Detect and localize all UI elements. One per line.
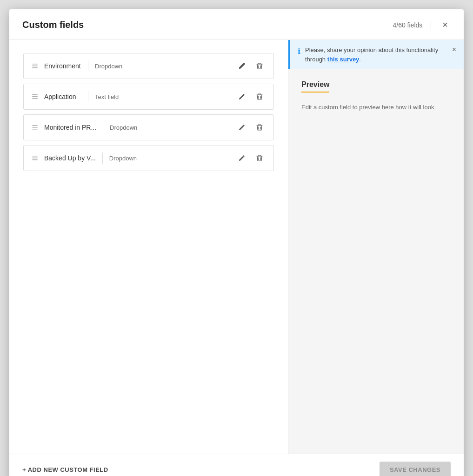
field-actions <box>235 90 266 103</box>
field-divider <box>88 91 88 102</box>
info-banner: ℹ Please, share your opinion about this … <box>288 40 464 69</box>
svg-rect-1 <box>32 66 38 66</box>
table-row: Application Text field <box>23 84 274 110</box>
field-name: Environment <box>44 62 81 70</box>
delete-button[interactable] <box>253 121 266 134</box>
field-type: Text field <box>95 93 235 100</box>
info-icon: ℹ <box>298 46 300 57</box>
edit-button[interactable] <box>235 90 248 103</box>
svg-rect-5 <box>32 98 38 99</box>
svg-rect-3 <box>32 94 38 95</box>
field-actions <box>235 121 266 134</box>
delete-button[interactable] <box>253 152 266 165</box>
delete-button[interactable] <box>253 60 266 73</box>
edit-button[interactable] <box>235 121 248 134</box>
field-type: Dropdown <box>109 155 235 162</box>
preview-title: Preview <box>301 80 329 93</box>
field-divider <box>102 152 103 164</box>
save-changes-button[interactable]: SAVE CHANGES <box>380 462 451 476</box>
svg-rect-4 <box>32 96 38 97</box>
header-divider <box>431 20 431 30</box>
field-type: Dropdown <box>95 63 235 70</box>
table-row: Environment Dropdown <box>23 53 274 79</box>
svg-rect-9 <box>32 156 38 157</box>
modal-title: Custom fields <box>22 20 84 30</box>
add-custom-field-button[interactable]: + ADD NEW CUSTOM FIELD <box>22 466 108 473</box>
svg-rect-10 <box>32 158 38 159</box>
custom-fields-modal: Custom fields 4/60 fields × <box>9 9 464 476</box>
svg-rect-7 <box>32 127 38 128</box>
survey-link[interactable]: this survey <box>327 56 360 63</box>
svg-rect-8 <box>32 129 38 130</box>
field-type: Dropdown <box>110 124 235 131</box>
close-button[interactable]: × <box>440 19 451 31</box>
field-actions <box>235 152 266 165</box>
info-banner-content: ℹ Please, share your opinion about this … <box>298 46 448 64</box>
preview-description: Edit a custom field to preview here how … <box>301 103 451 112</box>
svg-rect-6 <box>32 125 38 126</box>
right-panel: ℹ Please, share your opinion about this … <box>288 40 464 454</box>
field-name: Application <box>44 93 81 100</box>
table-row: Monitored in PR... Dropdown <box>23 114 274 140</box>
modal-footer: + ADD NEW CUSTOM FIELD SAVE CHANGES <box>9 454 464 476</box>
modal-body: Environment Dropdown <box>9 40 464 454</box>
svg-rect-0 <box>32 64 38 65</box>
field-name: Backed Up by V... <box>44 154 96 162</box>
field-divider <box>103 122 103 133</box>
field-name: Monitored in PR... <box>44 124 96 131</box>
header-right: 4/60 fields × <box>393 19 451 31</box>
svg-rect-2 <box>32 67 38 68</box>
svg-rect-11 <box>32 159 38 160</box>
info-close-button[interactable]: × <box>448 46 456 54</box>
left-panel: Environment Dropdown <box>9 40 288 454</box>
drag-icon[interactable] <box>31 93 39 100</box>
preview-section: Preview Edit a custom field to preview h… <box>288 69 464 124</box>
drag-icon[interactable] <box>31 124 39 131</box>
field-list: Environment Dropdown <box>23 53 274 171</box>
fields-count: 4/60 fields <box>393 21 422 29</box>
info-text: Please, share your opinion about this fu… <box>305 46 448 64</box>
field-divider <box>88 60 88 72</box>
drag-icon[interactable] <box>31 154 39 162</box>
table-row: Backed Up by V... Dropdown <box>23 145 274 171</box>
edit-button[interactable] <box>235 60 248 73</box>
delete-button[interactable] <box>253 90 266 103</box>
modal-header: Custom fields 4/60 fields × <box>9 9 464 40</box>
edit-button[interactable] <box>235 152 248 165</box>
field-actions <box>235 60 266 73</box>
drag-icon[interactable] <box>31 62 39 70</box>
